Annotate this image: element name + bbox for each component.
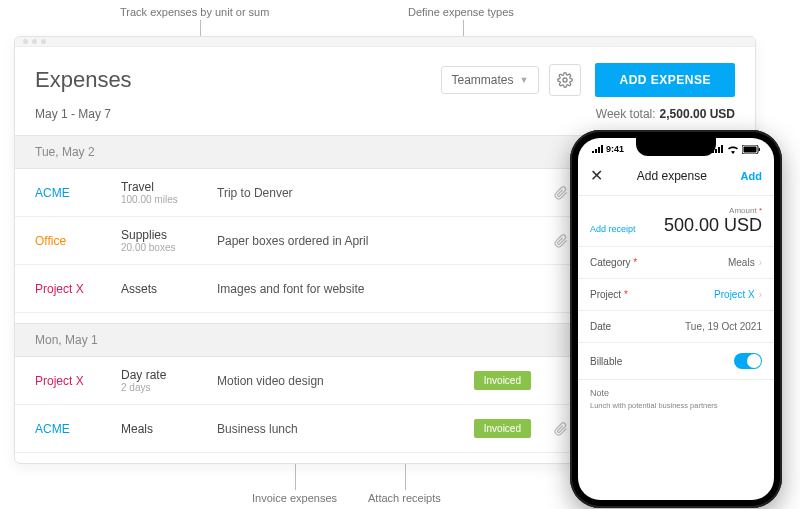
phone-row-billable: Billable: [578, 343, 774, 380]
svg-rect-13: [721, 145, 723, 153]
phone-modal-title: Add expense: [603, 169, 741, 183]
window-chrome: [15, 37, 755, 47]
description-cell: Motion video design: [217, 374, 474, 388]
add-receipt-link[interactable]: Add receipt: [590, 224, 636, 236]
phone-add-action[interactable]: Add: [741, 170, 762, 182]
category-cell: Day rate2 days: [121, 368, 217, 393]
phone-amount-section: Add receipt Amount * 500.00 USD: [578, 196, 774, 247]
signal-icon: [592, 145, 603, 153]
wifi-icon: [727, 145, 739, 154]
field-label: Note: [590, 388, 762, 398]
phone-notch: [636, 138, 716, 156]
phone-row-category[interactable]: Category * Meals ›: [578, 247, 774, 279]
description-cell: Trip to Denver: [217, 186, 543, 200]
callout-track: Track expenses by unit or sum: [120, 6, 269, 18]
close-icon[interactable]: ✕: [590, 166, 603, 185]
chevron-down-icon: ▼: [520, 75, 529, 85]
phone-time: 9:41: [606, 144, 624, 154]
phone-mockup: 9:41 ✕ Add expense Add Add receipt Amoun…: [570, 130, 782, 508]
week-total-value: 2,500.00 USD: [660, 107, 735, 121]
description-cell: Business lunch: [217, 422, 474, 436]
phone-screen: 9:41 ✕ Add expense Add Add receipt Amoun…: [578, 138, 774, 500]
svg-rect-15: [744, 146, 757, 152]
callout-define: Define expense types: [408, 6, 514, 18]
callout-attach: Attach receipts: [368, 492, 441, 504]
field-label: Project *: [590, 289, 714, 300]
phone-row-project[interactable]: Project * Project X ›: [578, 279, 774, 311]
day-label: Tue, May 2: [35, 145, 629, 159]
svg-rect-12: [718, 147, 720, 153]
field-value: Tue, 19 Oct 2021: [685, 321, 762, 332]
chevron-right-icon: ›: [759, 289, 762, 300]
settings-button[interactable]: [549, 64, 581, 96]
field-label: Date: [590, 321, 685, 332]
week-total-label: Week total:: [596, 107, 656, 121]
category-cell: Supplies20.00 boxes: [121, 228, 217, 253]
svg-point-0: [563, 78, 567, 82]
invoiced-badge: Invoiced: [474, 371, 531, 390]
category-cell: Meals: [121, 422, 217, 436]
dropdown-label: Teammates: [452, 73, 514, 87]
svg-rect-9: [601, 145, 603, 153]
day-label: Mon, May 1: [35, 333, 639, 347]
svg-rect-8: [598, 147, 600, 153]
phone-modal-header: ✕ Add expense Add: [578, 160, 774, 196]
svg-rect-11: [715, 149, 717, 153]
amount-label: Amount *: [636, 206, 762, 215]
invoiced-badge: Invoiced: [474, 419, 531, 438]
project-name: Project X: [35, 282, 121, 296]
project-name: Project X: [35, 374, 121, 388]
category-cell: Assets: [121, 282, 217, 296]
field-value: Meals: [728, 257, 755, 268]
billable-toggle[interactable]: [734, 353, 762, 369]
description-cell: Images and font for website: [217, 282, 543, 296]
field-label: Billable: [590, 356, 734, 367]
svg-rect-16: [759, 148, 761, 151]
svg-rect-6: [592, 151, 594, 153]
project-name: ACME: [35, 422, 121, 436]
chevron-right-icon: ›: [759, 257, 762, 268]
add-expense-button[interactable]: ADD EXPENSE: [595, 63, 735, 97]
teammates-dropdown[interactable]: Teammates ▼: [441, 66, 540, 94]
field-value: Lunch with potential business partners: [590, 401, 762, 410]
project-name: Office: [35, 234, 121, 248]
header: Expenses Teammates ▼ ADD EXPENSE: [15, 47, 755, 103]
page-title: Expenses: [35, 67, 441, 93]
project-name: ACME: [35, 186, 121, 200]
phone-row-note[interactable]: Note Lunch with potential business partn…: [578, 380, 774, 418]
callout-invoice: Invoice expenses: [252, 492, 337, 504]
description-cell: Paper boxes ordered in April: [217, 234, 543, 248]
category-cell: Travel100.00 miles: [121, 180, 217, 205]
battery-icon: [742, 145, 760, 154]
gear-icon: [557, 72, 573, 88]
svg-rect-7: [595, 149, 597, 153]
amount-value[interactable]: 500.00 USD: [636, 215, 762, 236]
date-range: May 1 - May 7: [35, 107, 596, 121]
field-value: Project X: [714, 289, 755, 300]
phone-row-date[interactable]: Date Tue, 19 Oct 2021: [578, 311, 774, 343]
field-label: Category *: [590, 257, 728, 268]
